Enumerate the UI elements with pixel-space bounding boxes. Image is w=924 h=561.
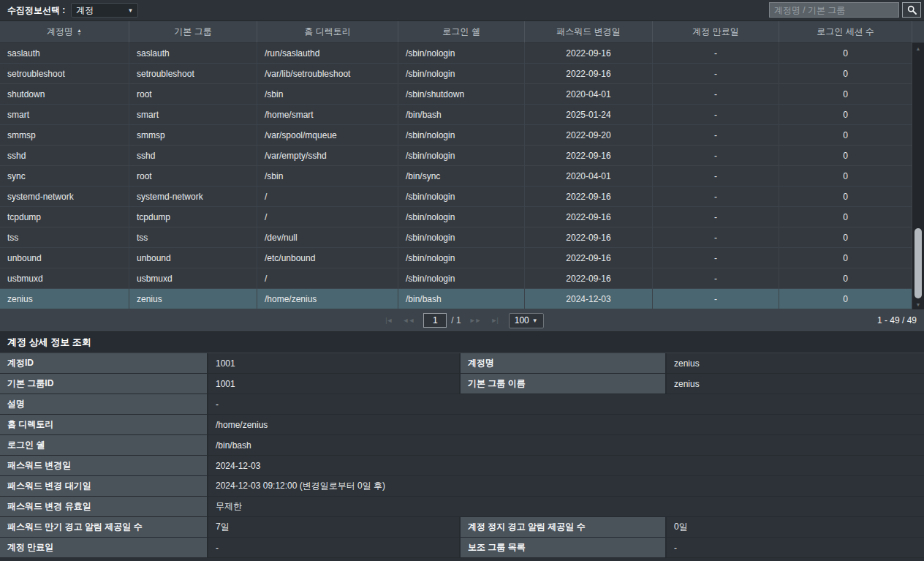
cell-로그인 세션 수: 0 — [779, 248, 912, 268]
page-last-button[interactable]: ►| — [491, 317, 498, 324]
detail-value: - — [667, 538, 924, 557]
detail-value: zenius — [667, 374, 924, 394]
column-header-5[interactable]: 패스워드 변경일 — [525, 21, 653, 43]
detail-row: 기본 그룹ID1001기본 그룹 이름zenius — [0, 374, 924, 394]
detail-label: 패스워드 변경 유효일 — [0, 497, 208, 516]
result-range-label: 1 - 49 / 49 — [877, 315, 917, 325]
magnifier-icon — [907, 5, 917, 15]
cell-계정명: smart — [0, 105, 129, 125]
cell-홈 디렉토리: /var/lib/setroubleshoot — [257, 64, 398, 84]
page-size-select[interactable]: 100 ▼ — [509, 313, 544, 328]
table-body: saslauthsaslauth/run/saslauthd/sbin/nolo… — [0, 43, 924, 309]
cell-기본 그룹: smart — [129, 105, 257, 125]
cell-패스워드 변경일: 2020-04-01 — [525, 84, 653, 105]
page-next-button[interactable]: ►► — [469, 317, 481, 324]
detail-value: /bin/bash — [208, 435, 924, 455]
accounts-table: 계정명▲▼기본 그룹홈 디렉토리로그인 쉘패스워드 변경일계정 만료일로그인 세… — [0, 20, 924, 309]
cell-패스워드 변경일: 2022-09-20 — [525, 125, 653, 146]
collect-type-select[interactable]: 계정 ▼ — [71, 3, 138, 18]
column-header-2[interactable]: 기본 그룹 — [129, 21, 257, 43]
detail-label: 기본 그룹ID — [0, 374, 208, 394]
table-row[interactable]: syncroot/sbin/bin/sync2020-04-01-0 — [0, 166, 924, 187]
cell-로그인 쉘: /sbin/nologin — [398, 125, 525, 146]
cell-홈 디렉토리: / — [257, 207, 398, 227]
detail-value: zenius — [667, 353, 924, 373]
cell-기본 그룹: systemd-network — [129, 187, 257, 207]
cell-로그인 세션 수: 0 — [779, 227, 912, 248]
cell-로그인 세션 수: 0 — [779, 43, 912, 64]
search-button[interactable] — [902, 2, 921, 18]
cell-로그인 세션 수: 0 — [779, 187, 912, 207]
page-total-label: / 1 — [451, 315, 461, 325]
detail-label: 기본 그룹 이름 — [461, 374, 667, 394]
detail-value: 1001 — [208, 353, 461, 373]
table-row[interactable]: systemd-networksystemd-network//sbin/nol… — [0, 187, 924, 207]
cell-계정 만료일: - — [653, 248, 779, 268]
cell-기본 그룹: tss — [129, 227, 257, 248]
detail-row: 설명- — [0, 394, 924, 415]
column-header-6[interactable]: 계정 만료일 — [653, 21, 779, 43]
collect-toolbar: 수집정보선택 : 계정 ▼ — [0, 0, 924, 20]
search-input[interactable] — [769, 2, 899, 18]
cell-기본 그룹: smmsp — [129, 125, 257, 146]
detail-label: 패스워드 변경 대기일 — [0, 476, 208, 496]
pagination-bar: |◄ ◄◄ / 1 ►► ►| 100 ▼ 1 - 49 / 49 — [0, 309, 924, 332]
scroll-down-icon[interactable]: ▼ — [912, 299, 924, 309]
cell-계정명: shutdown — [0, 84, 129, 105]
table-row[interactable]: unboundunbound/etc/unbound/sbin/nologin2… — [0, 248, 924, 268]
cell-기본 그룹: sshd — [129, 146, 257, 166]
cell-홈 디렉토리: /var/spool/mqueue — [257, 125, 398, 146]
table-row[interactable]: tsstss/dev/null/sbin/nologin2022-09-16-0 — [0, 227, 924, 248]
cell-로그인 세션 수: 0 — [779, 84, 912, 105]
detail-value: 1001 — [208, 374, 461, 394]
cell-패스워드 변경일: 2022-09-16 — [525, 248, 653, 268]
column-header-1[interactable]: 계정명▲▼ — [0, 21, 129, 43]
detail-label: 로그인 쉘 — [0, 435, 208, 455]
cell-계정 만료일: - — [653, 187, 779, 207]
table-row[interactable]: usbmuxdusbmuxd//sbin/nologin2022-09-16-0 — [0, 268, 924, 289]
page-number-input[interactable] — [423, 313, 447, 328]
vertical-scrollbar[interactable]: ▲ ▼ — [912, 43, 924, 309]
cell-계정명: setroubleshoot — [0, 64, 129, 84]
table-row[interactable]: tcpdumptcpdump//sbin/nologin2022-09-16-0 — [0, 207, 924, 227]
table-row[interactable]: zeniuszenius/home/zenius/bin/bash2024-12… — [0, 289, 924, 309]
cell-로그인 쉘: /sbin/nologin — [398, 207, 525, 227]
cell-패스워드 변경일: 2024-12-03 — [525, 289, 653, 309]
scroll-up-icon[interactable]: ▲ — [912, 43, 924, 53]
cell-로그인 쉘: /sbin/nologin — [398, 146, 525, 166]
table-row[interactable]: smmspsmmsp/var/spool/mqueue/sbin/nologin… — [0, 125, 924, 146]
cell-기본 그룹: usbmuxd — [129, 268, 257, 289]
detail-value: - — [208, 394, 924, 414]
cell-로그인 쉘: /sbin/shutdown — [398, 84, 525, 105]
table-row[interactable]: shutdownroot/sbin/sbin/shutdown2020-04-0… — [0, 84, 924, 105]
cell-계정명: saslauth — [0, 43, 129, 64]
cell-로그인 세션 수: 0 — [779, 105, 912, 125]
cell-홈 디렉토리: /home/smart — [257, 105, 398, 125]
cell-계정명: zenius — [0, 289, 129, 309]
cell-로그인 쉘: /sbin/nologin — [398, 227, 525, 248]
cell-로그인 세션 수: 0 — [779, 125, 912, 146]
page-prev-button[interactable]: ◄◄ — [403, 317, 414, 324]
cell-계정 만료일: - — [653, 125, 779, 146]
detail-label: 설명 — [0, 394, 208, 414]
detail-row: 패스워드 변경일2024-12-03 — [0, 456, 924, 476]
table-row[interactable]: saslauthsaslauth/run/saslauthd/sbin/nolo… — [0, 43, 924, 64]
column-header-4[interactable]: 로그인 쉘 — [398, 21, 525, 43]
table-row[interactable]: sshdsshd/var/empty/sshd/sbin/nologin2022… — [0, 146, 924, 166]
cell-계정 만료일: - — [653, 43, 779, 64]
cell-계정 만료일: - — [653, 64, 779, 84]
cell-기본 그룹: saslauth — [129, 43, 257, 64]
table-row[interactable]: smartsmart/home/smart/bin/bash2025-01-24… — [0, 105, 924, 125]
cell-패스워드 변경일: 2022-09-16 — [525, 207, 653, 227]
detail-value: 2024-12-03 09:12:00 (변경일로부터 0일 후) — [208, 476, 924, 496]
cell-기본 그룹: root — [129, 84, 257, 105]
scrollbar-thumb[interactable] — [914, 228, 922, 298]
cell-로그인 세션 수: 0 — [779, 289, 912, 309]
table-row[interactable]: setroubleshootsetroubleshoot/var/lib/set… — [0, 64, 924, 84]
cell-홈 디렉토리: /dev/null — [257, 227, 398, 248]
column-header-3[interactable]: 홈 디렉토리 — [257, 21, 398, 43]
column-header-7[interactable]: 로그인 세션 수 — [779, 21, 912, 43]
detail-row: 계정 만료일-보조 그룹 목록- — [0, 538, 924, 558]
sort-asc-icon: ▲▼ — [77, 29, 82, 36]
page-first-button[interactable]: |◄ — [385, 317, 392, 324]
